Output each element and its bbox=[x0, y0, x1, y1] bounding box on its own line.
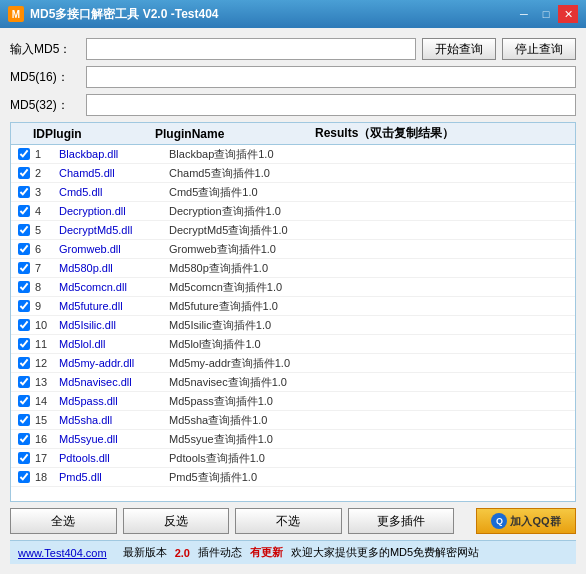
row-pluginname: Pmd5查询插件1.0 bbox=[169, 470, 329, 485]
col-results: Results（双击复制结果） bbox=[315, 125, 571, 142]
row-id: 12 bbox=[35, 357, 59, 369]
row-checkbox[interactable] bbox=[15, 319, 33, 331]
welcome-text: 欢迎大家提供更多的MD5免费解密网站 bbox=[291, 545, 479, 560]
qq-group-button[interactable]: Q 加入QQ群 bbox=[476, 508, 576, 534]
bottom-buttons: 全选 反选 不选 更多插件 Q 加入QQ群 bbox=[10, 508, 576, 534]
row-checkbox[interactable] bbox=[15, 262, 33, 274]
md5-input-row: 输入MD5： 开始查询 停止查询 bbox=[10, 38, 576, 60]
table-row[interactable]: 13 Md5navisec.dll Md5navisec查询插件1.0 bbox=[11, 373, 575, 392]
col-id: ID bbox=[15, 127, 45, 141]
md516-label: MD5(16)： bbox=[10, 69, 80, 86]
invert-select-button[interactable]: 反选 bbox=[123, 508, 230, 534]
md532-label: MD5(32)： bbox=[10, 97, 80, 114]
row-pluginname: Blackbap查询插件1.0 bbox=[169, 147, 329, 162]
row-plugin: Md5future.dll bbox=[59, 300, 169, 312]
table-row[interactable]: 9 Md5future.dll Md5future查询插件1.0 bbox=[11, 297, 575, 316]
row-checkbox[interactable] bbox=[15, 281, 33, 293]
row-id: 13 bbox=[35, 376, 59, 388]
app-icon: M bbox=[8, 6, 24, 22]
table-row[interactable]: 10 Md5Isilic.dll Md5Isilic查询插件1.0 bbox=[11, 316, 575, 335]
row-id: 5 bbox=[35, 224, 59, 236]
row-id: 8 bbox=[35, 281, 59, 293]
md516-input-row: MD5(16)： bbox=[10, 66, 576, 88]
start-query-button[interactable]: 开始查询 bbox=[422, 38, 496, 60]
window-controls: ─ □ ✕ bbox=[514, 5, 578, 23]
row-plugin: Md5lol.dll bbox=[59, 338, 169, 350]
version-number: 2.0 bbox=[175, 547, 190, 559]
footer: www.Test404.com 最新版本 2.0 插件动态 有更新 欢迎大家提供… bbox=[10, 540, 576, 564]
row-pluginname: Chamd5查询插件1.0 bbox=[169, 166, 329, 181]
table-row[interactable]: 5 DecryptMd5.dll DecryptMd5查询插件1.0 bbox=[11, 221, 575, 240]
table-row[interactable]: 14 Md5pass.dll Md5pass查询插件1.0 bbox=[11, 392, 575, 411]
md5-input[interactable] bbox=[86, 38, 416, 60]
row-pluginname: Md5sha查询插件1.0 bbox=[169, 413, 329, 428]
row-checkbox[interactable] bbox=[15, 357, 33, 369]
row-plugin: Gromweb.dll bbox=[59, 243, 169, 255]
md532-input-row: MD5(32)： bbox=[10, 94, 576, 116]
row-pluginname: Pdtools查询插件1.0 bbox=[169, 451, 329, 466]
row-checkbox[interactable] bbox=[15, 167, 33, 179]
row-id: 2 bbox=[35, 167, 59, 179]
row-id: 10 bbox=[35, 319, 59, 331]
select-all-button[interactable]: 全选 bbox=[10, 508, 117, 534]
row-id: 9 bbox=[35, 300, 59, 312]
row-plugin: Pmd5.dll bbox=[59, 471, 169, 483]
table-row[interactable]: 6 Gromweb.dll Gromweb查询插件1.0 bbox=[11, 240, 575, 259]
app-title: MD5多接口解密工具 V2.0 -Test404 bbox=[30, 6, 514, 23]
row-plugin: Cmd5.dll bbox=[59, 186, 169, 198]
no-select-button[interactable]: 不选 bbox=[235, 508, 342, 534]
table-row[interactable]: 11 Md5lol.dll Md5lol查询插件1.0 bbox=[11, 335, 575, 354]
md532-input[interactable] bbox=[86, 94, 576, 116]
table-row[interactable]: 2 Chamd5.dll Chamd5查询插件1.0 bbox=[11, 164, 575, 183]
row-plugin: Md5syue.dll bbox=[59, 433, 169, 445]
row-pluginname: Md580p查询插件1.0 bbox=[169, 261, 329, 276]
row-checkbox[interactable] bbox=[15, 414, 33, 426]
row-checkbox[interactable] bbox=[15, 300, 33, 312]
table-row[interactable]: 17 Pdtools.dll Pdtools查询插件1.0 bbox=[11, 449, 575, 468]
app-window: M MD5多接口解密工具 V2.0 -Test404 ─ □ ✕ 输入MD5： … bbox=[0, 0, 586, 574]
minimize-button[interactable]: ─ bbox=[514, 5, 534, 23]
row-checkbox[interactable] bbox=[15, 338, 33, 350]
row-id: 3 bbox=[35, 186, 59, 198]
row-pluginname: DecryptMd5查询插件1.0 bbox=[169, 223, 329, 238]
row-checkbox[interactable] bbox=[15, 243, 33, 255]
table-row[interactable]: 8 Md5comcn.dll Md5comcn查询插件1.0 bbox=[11, 278, 575, 297]
row-id: 18 bbox=[35, 471, 59, 483]
table-row[interactable]: 16 Md5syue.dll Md5syue查询插件1.0 bbox=[11, 430, 575, 449]
table-row[interactable]: 4 Decryption.dll Decryption查询插件1.0 bbox=[11, 202, 575, 221]
row-checkbox[interactable] bbox=[15, 376, 33, 388]
table-row[interactable]: 15 Md5sha.dll Md5sha查询插件1.0 bbox=[11, 411, 575, 430]
qq-icon: Q bbox=[491, 513, 507, 529]
row-checkbox[interactable] bbox=[15, 471, 33, 483]
table-row[interactable]: 7 Md580p.dll Md580p查询插件1.0 bbox=[11, 259, 575, 278]
row-pluginname: Md5Isilic查询插件1.0 bbox=[169, 318, 329, 333]
row-checkbox[interactable] bbox=[15, 452, 33, 464]
table-row[interactable]: 3 Cmd5.dll Cmd5查询插件1.0 bbox=[11, 183, 575, 202]
qq-group-label: 加入QQ群 bbox=[510, 514, 560, 529]
table-row[interactable]: 12 Md5my-addr.dll Md5my-addr查询插件1.0 bbox=[11, 354, 575, 373]
row-pluginname: Decryption查询插件1.0 bbox=[169, 204, 329, 219]
table-row[interactable]: 1 Blackbap.dll Blackbap查询插件1.0 bbox=[11, 145, 575, 164]
maximize-button[interactable]: □ bbox=[536, 5, 556, 23]
close-button[interactable]: ✕ bbox=[558, 5, 578, 23]
more-plugins-button[interactable]: 更多插件 bbox=[348, 508, 455, 534]
row-plugin: Decryption.dll bbox=[59, 205, 169, 217]
table-scroll[interactable]: 1 Blackbap.dll Blackbap查询插件1.0 2 Chamd5.… bbox=[11, 145, 575, 501]
row-checkbox[interactable] bbox=[15, 433, 33, 445]
row-checkbox[interactable] bbox=[15, 148, 33, 160]
col-pluginname: PluginName bbox=[155, 127, 315, 141]
md5-label: 输入MD5： bbox=[10, 41, 80, 58]
row-checkbox[interactable] bbox=[15, 395, 33, 407]
row-checkbox[interactable] bbox=[15, 224, 33, 236]
row-id: 16 bbox=[35, 433, 59, 445]
plugin-dynamic-label: 插件动态 bbox=[198, 545, 242, 560]
md516-input[interactable] bbox=[86, 66, 576, 88]
website-link[interactable]: www.Test404.com bbox=[18, 547, 107, 559]
row-checkbox[interactable] bbox=[15, 205, 33, 217]
row-checkbox[interactable] bbox=[15, 186, 33, 198]
plugin-table-container: ID Plugin PluginName Results（双击复制结果） 1 B… bbox=[10, 122, 576, 502]
row-pluginname: Cmd5查询插件1.0 bbox=[169, 185, 329, 200]
row-pluginname: Md5comcn查询插件1.0 bbox=[169, 280, 329, 295]
table-row[interactable]: 18 Pmd5.dll Pmd5查询插件1.0 bbox=[11, 468, 575, 487]
stop-query-button[interactable]: 停止查询 bbox=[502, 38, 576, 60]
